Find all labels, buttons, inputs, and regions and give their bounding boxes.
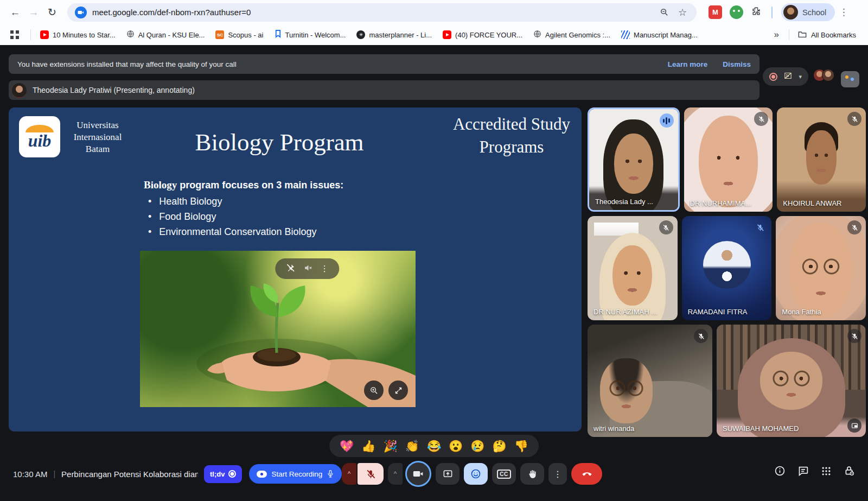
mic-muted-icon bbox=[847, 220, 861, 234]
participant-tile[interactable]: DR NUR AZIMAH ... bbox=[588, 216, 678, 320]
unpin-icon[interactable] bbox=[286, 263, 295, 275]
reload-button[interactable]: ↻ bbox=[43, 4, 61, 21]
tldv-button[interactable]: tl;dv bbox=[204, 465, 242, 483]
participant-tile[interactable]: witri winanda bbox=[588, 325, 712, 437]
captions-button[interactable]: CC bbox=[492, 463, 516, 485]
bookmarks-divider bbox=[30, 29, 31, 40]
call-controls: ^ ^ CC ⋮ bbox=[342, 461, 602, 487]
bookmark-item[interactable]: Al Quran - KSU Ele... bbox=[122, 28, 210, 42]
bookmark-item[interactable]: Agilent Genomics :... bbox=[528, 28, 615, 42]
extension-icons: M bbox=[703, 5, 780, 19]
reaction-thumbs-down[interactable]: 👎 bbox=[514, 440, 528, 452]
manuscript-icon bbox=[621, 30, 630, 39]
reaction-thumbs-up[interactable]: 👍 bbox=[361, 440, 375, 452]
tile-options-icon[interactable]: ⋮ bbox=[321, 264, 329, 274]
reactions-button[interactable] bbox=[464, 463, 488, 485]
presenter-avatar bbox=[12, 83, 27, 98]
more-options-button[interactable]: ⋮ bbox=[548, 463, 567, 485]
mendeley-extension-icon[interactable]: M bbox=[709, 5, 722, 19]
start-recording-button[interactable]: Start Recording bbox=[249, 464, 342, 484]
banner-message: You have extensions installed that may a… bbox=[17, 60, 653, 68]
recording-indicator-pill[interactable]: ▾ bbox=[763, 67, 808, 86]
bookmark-item[interactable]: Manuscript Manag... bbox=[616, 28, 703, 41]
bookmark-item[interactable]: 10 Minutes to Star... bbox=[35, 28, 120, 41]
reaction-thinking[interactable]: 🤔 bbox=[493, 440, 507, 452]
bookmark-item[interactable]: SCScopus - ai bbox=[210, 28, 268, 41]
mic-muted-icon bbox=[847, 329, 861, 343]
browser-menu-button[interactable]: ⋮ bbox=[836, 7, 851, 18]
bookmarks-overflow-button[interactable]: » bbox=[768, 29, 784, 40]
apps-grid-icon[interactable] bbox=[8, 28, 22, 42]
profile-chip[interactable]: School bbox=[781, 3, 835, 21]
reaction-tada[interactable]: 🎉 bbox=[383, 440, 397, 452]
back-button[interactable]: ← bbox=[7, 4, 24, 21]
fullscreen-button[interactable] bbox=[388, 380, 408, 400]
end-call-button[interactable] bbox=[571, 463, 602, 485]
learn-more-link[interactable]: Learn more bbox=[668, 60, 708, 68]
info-button[interactable] bbox=[774, 465, 786, 479]
present-screen-button[interactable] bbox=[436, 463, 459, 485]
reaction-joy[interactable]: 😂 bbox=[427, 440, 441, 452]
green-extension-icon[interactable] bbox=[730, 5, 743, 19]
youtube-icon bbox=[443, 30, 451, 39]
reaction-heart[interactable]: 💖 bbox=[340, 440, 354, 452]
mic-options-chevron[interactable]: ^ bbox=[342, 463, 356, 485]
layout-slash-icon bbox=[783, 71, 793, 83]
reaction-clap[interactable]: 👏 bbox=[405, 440, 419, 452]
participant-tile[interactable]: SUWAIBAH MOHAMED bbox=[717, 325, 866, 437]
bookmark-item[interactable]: (40) FORCE YOUR... bbox=[438, 28, 527, 41]
mic-muted-icon bbox=[847, 112, 861, 126]
dismiss-link[interactable]: Dismiss bbox=[723, 60, 751, 68]
presentation-slide[interactable]: uib Universitas Internasional Batam Biol… bbox=[9, 107, 582, 432]
participant-grid: Theodesia Lady ... DR NURHAMIMA... KHOIR… bbox=[588, 107, 866, 437]
all-bookmarks-button[interactable]: All Bookmarks bbox=[794, 30, 860, 40]
participant-name: Mona Fathia bbox=[782, 308, 821, 316]
mic-muted-button[interactable] bbox=[358, 463, 384, 485]
slide-title: Biology Program bbox=[171, 128, 388, 156]
participant-name: witri winanda bbox=[593, 424, 634, 433]
zoom-out-icon[interactable] bbox=[658, 6, 671, 19]
bullet-item: •Health Biology bbox=[148, 196, 343, 207]
forward-button[interactable]: → bbox=[25, 4, 42, 21]
slide-lead: Biology program focuses on 3 main issues… bbox=[144, 179, 343, 191]
bookmark-item[interactable]: Turnitin - Welcom... bbox=[270, 28, 351, 42]
toolbar-divider bbox=[771, 7, 773, 18]
participant-tile[interactable]: DR NURHAMIMA... bbox=[684, 107, 773, 212]
camera-button[interactable] bbox=[405, 461, 431, 487]
address-bar[interactable]: meet.google.com/def-nbom-rxn?authuser=0 … bbox=[67, 3, 697, 22]
bullet-item: •Environmental Conservation Biology bbox=[148, 226, 343, 238]
meeting-side-panels bbox=[774, 465, 855, 479]
participant-tile[interactable]: RAMADANI FITRA bbox=[682, 216, 772, 320]
meeting-title: Perbincangan Potensi Kolaborasi diantara bbox=[61, 470, 198, 479]
participant-avatars-cluster[interactable] bbox=[813, 69, 834, 81]
participant-tile[interactable]: Mona Fathia bbox=[776, 216, 866, 320]
host-controls-lock-icon[interactable] bbox=[844, 465, 855, 479]
record-dot-icon bbox=[769, 73, 777, 81]
audio-muted-icon[interactable] bbox=[303, 263, 312, 275]
masterplanner-icon: ✳ bbox=[356, 30, 365, 39]
extensions-puzzle-icon[interactable] bbox=[751, 6, 762, 19]
zoom-in-button[interactable] bbox=[364, 380, 384, 400]
picture-in-picture-icon[interactable] bbox=[847, 418, 861, 433]
chat-button[interactable] bbox=[797, 465, 809, 479]
globe-icon bbox=[126, 30, 135, 40]
reaction-surprised[interactable]: 😮 bbox=[449, 440, 463, 452]
bookmark-item[interactable]: ✳masterplanner - Li... bbox=[352, 28, 437, 41]
folder-icon bbox=[798, 30, 807, 40]
bullet-item: •Food Biology bbox=[148, 211, 343, 223]
participant-name: DR NURHAMIMA... bbox=[690, 199, 751, 207]
reaction-cry[interactable]: 😢 bbox=[470, 440, 484, 452]
participant-tile[interactable]: KHOIRUL ANWAR bbox=[777, 107, 866, 212]
seedling-photo: ⋮ bbox=[140, 251, 416, 407]
reactions-bar: 💖 👍 🎉 👏 😂 😮 😢 🤔 👎 bbox=[329, 435, 539, 457]
avatar bbox=[822, 69, 834, 81]
tile-hover-toolbar: ⋮ bbox=[275, 258, 339, 279]
presenter-bar: Theodesia Lady Pratiwi (Presenting, anno… bbox=[9, 80, 760, 100]
bookmark-star-icon[interactable]: ☆ bbox=[676, 6, 689, 19]
slide-right-heading: Accredited Study Programs bbox=[442, 113, 582, 158]
bookmarks-bar: 10 Minutes to Star... Al Quran - KSU Ele… bbox=[0, 24, 868, 45]
camera-options-chevron[interactable]: ^ bbox=[388, 463, 403, 485]
participant-tile[interactable]: Theodesia Lady ... bbox=[588, 107, 680, 212]
raise-hand-button[interactable] bbox=[520, 463, 544, 485]
activities-grid-icon[interactable] bbox=[821, 466, 832, 479]
